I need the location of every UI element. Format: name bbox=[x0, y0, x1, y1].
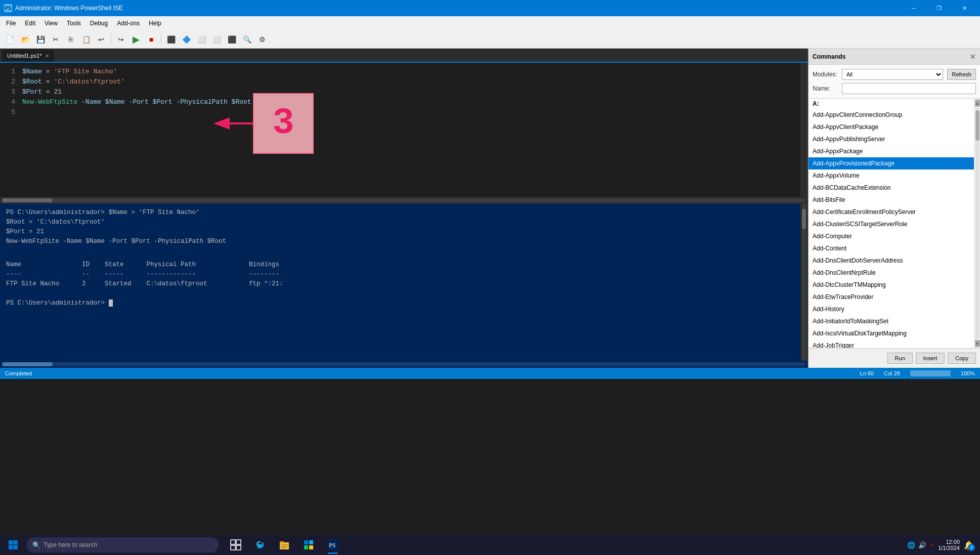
powershell-button[interactable]: 🔷 bbox=[179, 32, 193, 47]
window-title: Administrator: Windows PowerShell ISE bbox=[15, 5, 123, 12]
copy-button[interactable]: ⎘ bbox=[64, 32, 78, 47]
menu-debug[interactable]: Debug bbox=[86, 18, 112, 29]
console-area[interactable]: PS C:\Users\administrador> $Name = 'FTP … bbox=[0, 204, 800, 361]
console-scroll-thumb[interactable] bbox=[802, 209, 806, 229]
copy-cmd-button[interactable]: Copy bbox=[948, 353, 976, 364]
cmd-item-12[interactable]: Add-DnsClientDohServerAddress bbox=[808, 254, 974, 267]
menu-view[interactable]: View bbox=[40, 18, 62, 29]
commands-close-button[interactable]: ✕ bbox=[970, 53, 976, 61]
menu-tools[interactable]: Tools bbox=[63, 18, 85, 29]
refresh-button[interactable]: Refresh bbox=[947, 69, 976, 80]
console-line-1: PS C:\Users\administrador> $Name = 'FTP … bbox=[6, 208, 794, 218]
insert-cmd-button[interactable]: Insert bbox=[916, 353, 945, 364]
scroll-up-btn[interactable]: ▲ bbox=[975, 100, 980, 107]
commands-list-scroll[interactable]: ▲ ▼ bbox=[974, 99, 980, 348]
cmd-item-4[interactable]: Add-AppxProvisionedPackage bbox=[808, 157, 974, 169]
menu-edit[interactable]: Edit bbox=[21, 18, 39, 29]
console-line-2: $Root = 'C:\datos\ftproot' bbox=[6, 218, 794, 227]
cmd-item-1[interactable]: Add-AppvClientPackage bbox=[808, 121, 974, 133]
taskbar-edge[interactable] bbox=[249, 535, 271, 555]
zoom-slider[interactable] bbox=[910, 370, 951, 376]
cmd-item-16[interactable]: Add-History bbox=[808, 303, 974, 315]
network-icon[interactable]: 🌐 bbox=[907, 541, 915, 549]
menu-addons[interactable]: Add-ons bbox=[113, 18, 144, 29]
cmd-item-6[interactable]: Add-BCDataCacheExtension bbox=[808, 182, 974, 194]
run-cmd-button[interactable]: Run bbox=[887, 353, 913, 364]
cmd-item-5[interactable]: Add-AppxVolume bbox=[808, 169, 974, 182]
name-input[interactable] bbox=[842, 83, 976, 94]
editor-h-scroll[interactable] bbox=[0, 197, 807, 204]
cmd-item-17[interactable]: Add-InitiatorIdToMaskingSet bbox=[808, 315, 974, 327]
commands-footer: Run Insert Copy bbox=[808, 348, 980, 368]
scroll-down-btn[interactable]: ▼ bbox=[975, 340, 980, 347]
console-h-scroll[interactable] bbox=[0, 361, 807, 368]
param-path: -PhysicalPath bbox=[176, 98, 227, 106]
svg-rect-6 bbox=[236, 540, 241, 544]
commands-list[interactable]: A: Add-AppvClientConnectionGroup Add-App… bbox=[808, 99, 974, 348]
taskbar-search[interactable]: 🔍 Type here to search bbox=[26, 537, 219, 552]
tab-untitled1[interactable]: Untitled1.ps1* ✕ bbox=[2, 50, 54, 62]
save-button[interactable]: 💾 bbox=[33, 32, 48, 47]
cmd-item-15[interactable]: Add-EtwTraceProvider bbox=[808, 291, 974, 303]
debug-button[interactable]: ⬛ bbox=[164, 32, 178, 47]
restore-button[interactable]: ❐ bbox=[927, 0, 951, 16]
toolbar: 📄 📂 💾 ✂ ⎘ 📋 ↩ ↪ ▶ ■ ⬛ 🔷 ⬜ ⬜ ⬛ 🔍 ⚙ bbox=[0, 30, 980, 49]
modules-select[interactable]: All bbox=[842, 69, 943, 80]
tab-close-icon[interactable]: ✕ bbox=[45, 53, 49, 59]
clock[interactable]: 12:00 1/1/2024 bbox=[938, 539, 960, 551]
svg-rect-8 bbox=[236, 545, 241, 550]
new-file-button[interactable]: 📄 bbox=[3, 32, 17, 47]
cmd-item-13[interactable]: Add-DnsClientNrptRule bbox=[808, 267, 974, 279]
h-scroll-thumb[interactable] bbox=[2, 198, 53, 202]
cmd-item-0[interactable]: Add-AppvClientConnectionGroup bbox=[808, 109, 974, 121]
cmd-item-11[interactable]: Add-Content bbox=[808, 242, 974, 254]
cmd-item-3[interactable]: Add-AppxPackage bbox=[808, 145, 974, 157]
cmd-item-8[interactable]: Add-CertificateEnrollmentPolicyServer bbox=[808, 206, 974, 218]
taskbar-store[interactable] bbox=[297, 535, 320, 555]
scroll-thumb[interactable] bbox=[975, 110, 979, 141]
annotation-overlay: 3 bbox=[253, 93, 314, 154]
var-root: $Root bbox=[22, 78, 42, 86]
settings-button[interactable]: ⚙ bbox=[255, 32, 269, 47]
cmd-item-2[interactable]: Add-AppvPublishingServer bbox=[808, 133, 974, 145]
console-v-scroll[interactable] bbox=[800, 204, 807, 361]
minimize-button[interactable]: ─ bbox=[902, 0, 925, 16]
svg-rect-5 bbox=[231, 540, 235, 544]
run-button[interactable]: ▶ bbox=[129, 32, 143, 47]
menu-help[interactable]: Help bbox=[145, 18, 165, 29]
menu-file[interactable]: File bbox=[2, 18, 20, 29]
split-button[interactable]: ⬛ bbox=[225, 32, 239, 47]
console-scroll-area: PS C:\Users\administrador> $Name = 'FTP … bbox=[0, 204, 807, 361]
cmd-item-18[interactable]: Add-IscsiVirtualDiskTargetMapping bbox=[808, 327, 974, 339]
close-button[interactable]: ✕ bbox=[953, 0, 976, 16]
script-editor[interactable]: 3 1 $Name = 'FTP Site Nacho' 2 $Root = '… bbox=[0, 63, 800, 197]
zoom-button[interactable]: 🔍 bbox=[240, 32, 254, 47]
svg-rect-16 bbox=[309, 540, 313, 544]
cmd-item-14[interactable]: Add-DtcClusterTMMapping bbox=[808, 279, 974, 291]
cmd-item-19[interactable]: Add-JobTrigger bbox=[808, 339, 974, 348]
line-content-1: $Name = 'FTP Site Nacho' bbox=[20, 67, 800, 77]
open-file-button[interactable]: 📂 bbox=[18, 32, 32, 47]
taskbar-task-view[interactable] bbox=[225, 535, 247, 555]
cmd-item-10[interactable]: Add-Computer bbox=[808, 230, 974, 242]
task-view-icon bbox=[230, 539, 241, 550]
cmd-item-9[interactable]: Add-ClusteriSCSITargetServerRole bbox=[808, 218, 974, 230]
volume-icon[interactable]: 🔊 bbox=[918, 541, 926, 549]
console-pane-button[interactable]: ⬜ bbox=[209, 32, 224, 47]
cmd-item-7[interactable]: Add-BitsFile bbox=[808, 194, 974, 206]
status-right: Ln 60 Col 28 100% bbox=[860, 370, 975, 376]
annotation-arrow-svg bbox=[212, 108, 253, 139]
start-button[interactable] bbox=[2, 535, 24, 555]
notification-center[interactable]: 🔔 3 bbox=[964, 540, 974, 550]
taskbar-powershell[interactable]: PS bbox=[322, 535, 344, 555]
script-pane-button[interactable]: ⬜ bbox=[194, 32, 208, 47]
stop-button[interactable]: ■ bbox=[144, 32, 158, 47]
taskbar-file-explorer[interactable] bbox=[273, 535, 295, 555]
editor-scroll-v[interactable] bbox=[800, 63, 807, 197]
paste-button[interactable]: 📋 bbox=[79, 32, 93, 47]
redo-button[interactable]: ↪ bbox=[114, 32, 128, 47]
console-h-thumb[interactable] bbox=[2, 362, 53, 366]
undo-button[interactable]: ↩ bbox=[94, 32, 108, 47]
annotation-box: 3 bbox=[253, 93, 314, 154]
cut-button[interactable]: ✂ bbox=[49, 32, 63, 47]
